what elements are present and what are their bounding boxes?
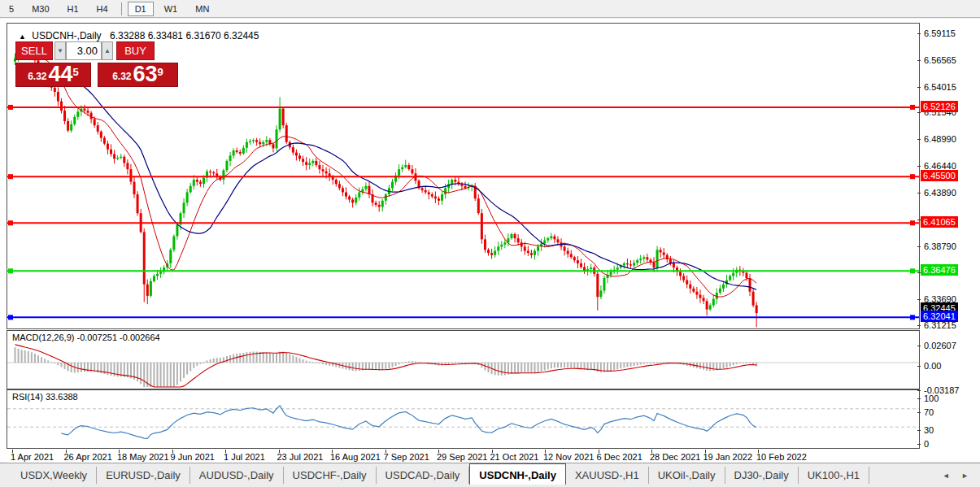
chart-tab-ukoil-daily[interactable]: UKOil-,Daily: [649, 467, 725, 484]
date-tick-mark: [705, 450, 706, 453]
rsi-axis-label: 0: [924, 439, 929, 450]
mt4-terminal: 5M30H1H4D1W1MN ▲ USDCNH-,Daily 6.33288 6…: [0, 0, 980, 487]
date-tick-mark: [66, 450, 67, 453]
timeframe-button-h1[interactable]: H1: [60, 2, 86, 16]
price-tick-mark: [917, 60, 921, 61]
buy-price-box[interactable]: 6.32639: [98, 63, 178, 87]
price-tick-mark: [917, 166, 921, 167]
timeframe-button-5[interactable]: 5: [2, 2, 21, 16]
chart-tab-usdx-weekly[interactable]: USDX,Weekly: [11, 467, 97, 484]
sell-price-sup: 5: [73, 60, 79, 85]
sell-price-big: 44: [49, 63, 73, 85]
macd-indicator-panel[interactable]: MACD(12,26,9) -0.007251 -0.002664: [7, 330, 920, 389]
macd-tick-mark: [917, 366, 921, 367]
collapse-triangle-icon[interactable]: ▲: [19, 33, 26, 41]
level-price-label: 6.32041: [921, 311, 958, 322]
main-chart-panel[interactable]: ▲ USDCNH-,Daily 6.33288 6.33481 6.31670 …: [7, 23, 920, 329]
date-tick-label: 7 Sep 2021: [384, 452, 429, 462]
date-tick-mark: [225, 450, 226, 453]
price-tick-mark: [917, 193, 921, 193]
chart-tab-usdcnh-daily[interactable]: USDCNH-,Daily: [469, 463, 566, 485]
date-tick-label: 6 Dec 2021: [597, 452, 642, 462]
macd-axis-label: 0.02607: [924, 341, 956, 351]
price-tick-label: 6.38790: [924, 241, 956, 252]
volume-decrease-button[interactable]: ▼: [54, 41, 66, 60]
sell-price-prefix: 6.32: [28, 68, 46, 85]
chart-tab-audusd-daily[interactable]: AUDUSD-,Daily: [190, 467, 284, 484]
date-tick-mark: [545, 450, 546, 453]
macd-label: MACD(12,26,9) -0.007251 -0.002664: [12, 333, 160, 342]
level-price-label: 6.52126: [921, 101, 958, 112]
level-price-label: 6.41065: [921, 216, 958, 228]
chart-tab-usdcad-daily[interactable]: USDCAD-,Daily: [377, 467, 470, 484]
chart-tab-dj30-daily[interactable]: DJ30-,Daily: [725, 467, 799, 484]
chart-window: ▲ USDCNH-,Daily 6.33288 6.33481 6.31670 …: [0, 19, 980, 462]
date-tick-mark: [438, 450, 439, 453]
volume-increase-button[interactable]: ▲: [102, 41, 113, 60]
timeframe-button-m30[interactable]: M30: [24, 2, 56, 16]
date-tick-label: 16 Aug 2021: [330, 452, 381, 462]
chart-tab-xauusd-h1[interactable]: XAUUSD-,H1: [566, 467, 649, 484]
date-axis[interactable]: 1 Apr 202126 Apr 202118 May 20219 Jun 20…: [7, 450, 920, 463]
rsi-canvas: [7, 390, 919, 448]
date-tick-mark: [172, 450, 173, 453]
rsi-axis-label: 30: [924, 425, 934, 436]
chart-title: ▲ USDCNH-,Daily 6.33288 6.33481 6.31670 …: [19, 30, 259, 41]
date-tick-label: 26 Apr 2021: [64, 452, 112, 462]
chart-tab-bar: USDX,WeeklyEURUSD-,DailyAUDUSD-,DailyUSD…: [0, 463, 980, 487]
timeframe-toolbar: 5M30H1H4D1W1MN: [0, 0, 980, 18]
rsi-label: RSI(14) 33.6388: [12, 392, 78, 402]
timeframe-button-h4[interactable]: H4: [89, 2, 115, 16]
date-tick-mark: [492, 450, 493, 453]
chart-tab-uk100-h1[interactable]: UK100-,H1: [799, 467, 869, 484]
price-tick-label: 6.56565: [924, 55, 956, 66]
chart-symbol-label: USDCNH-,Daily: [32, 30, 101, 41]
date-tick-label: 9 Jun 2021: [171, 452, 215, 462]
timeframe-button-w1[interactable]: W1: [157, 2, 185, 16]
date-tick-label: 21 Oct 2021: [490, 452, 539, 462]
price-tick-mark: [917, 246, 921, 247]
rsi-axis-label: 100: [924, 394, 939, 404]
date-tick-mark: [332, 450, 333, 453]
date-tick-label: 19 Jan 2022: [703, 452, 753, 462]
sell-button[interactable]: SELL: [15, 41, 53, 60]
price-tick-mark: [917, 112, 921, 113]
price-tick-mark: [917, 87, 921, 88]
chart-tab-usdchf-daily[interactable]: USDCHF-,Daily: [284, 467, 377, 484]
price-tick-label: 6.59115: [924, 28, 956, 39]
date-tick-label: 28 Dec 2021: [650, 452, 700, 462]
chart-ohlc-values: 6.33288 6.33481 6.31670 6.32445: [110, 30, 259, 41]
date-tick-mark: [599, 450, 599, 453]
sell-price-box[interactable]: 6.32445: [15, 63, 91, 87]
date-tick-mark: [279, 450, 280, 453]
rsi-tick-mark: [917, 430, 921, 431]
buy-price-sup: 9: [158, 60, 163, 85]
one-click-trade-panel: SELL ▼ ▲ BUY 6.32445 6.32639: [15, 41, 178, 105]
price-tick-mark: [917, 139, 921, 140]
rsi-indicator-panel[interactable]: RSI(14) 33.6388: [7, 389, 920, 449]
timeframe-button-d1[interactable]: D1: [128, 2, 154, 16]
tab-scroll-arrows[interactable]: ◄ ►: [943, 472, 973, 480]
date-tick-label: 23 Jul 2021: [277, 452, 324, 462]
price-axis[interactable]: 6.591156.565656.540156.515406.489906.464…: [921, 23, 980, 462]
price-tick-mark: [917, 33, 921, 34]
date-tick-mark: [385, 450, 386, 453]
date-tick-label: 1 Apr 2021: [11, 452, 54, 462]
buy-price-prefix: 6.32: [112, 68, 131, 85]
rsi-tick-mark: [917, 398, 921, 399]
chart-tab-eurusd-daily[interactable]: EURUSD-,Daily: [97, 467, 190, 484]
buy-button[interactable]: BUY: [116, 41, 155, 60]
price-tick-label: 6.48990: [924, 134, 956, 145]
date-tick-mark: [651, 450, 652, 453]
timeframe-button-mn[interactable]: MN: [188, 2, 216, 16]
rsi-tick-mark: [917, 444, 921, 445]
volume-input[interactable]: [66, 41, 102, 60]
date-tick-label: 1 Jul 2021: [224, 452, 265, 462]
date-tick-mark: [119, 450, 120, 453]
date-tick-label: 18 May 2021: [117, 452, 169, 462]
rsi-axis-label: 70: [924, 407, 934, 418]
date-tick-label: 12 Nov 2021: [543, 452, 594, 462]
price-tick-label: 6.43890: [924, 188, 956, 198]
level-price-label: 6.45500: [921, 170, 958, 181]
toolbar-separator: [121, 2, 122, 15]
